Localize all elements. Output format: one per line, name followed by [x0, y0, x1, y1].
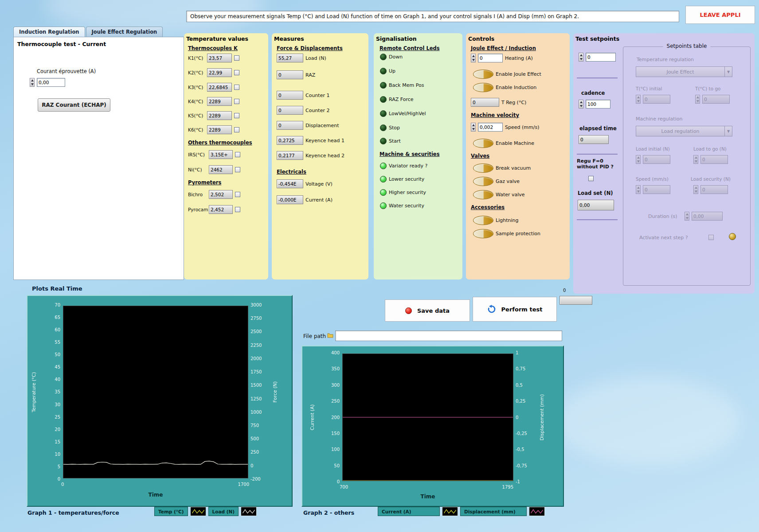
graph2-x-start: 700: [340, 485, 348, 489]
tab-joule-effect-regulation[interactable]: Joule Effect Regulation: [86, 27, 163, 37]
heating-increment-decrement[interactable]: [471, 54, 476, 62]
folder-icon: [327, 332, 333, 338]
led-row: Back Mem Pos: [380, 82, 424, 89]
enable-joule-toggle[interactable]: [473, 70, 493, 79]
current-waveform-icon[interactable]: [442, 507, 458, 516]
enable-joule-row: Enable Joule Effect: [473, 70, 541, 79]
save-data-label: Save data: [417, 307, 450, 314]
setpoint-speed-value: 0: [643, 185, 670, 194]
led-label: Start: [389, 138, 401, 144]
measure-value: 0: [277, 70, 303, 79]
thermocouple-checkbox[interactable]: [234, 55, 239, 61]
pyrometer-checkbox[interactable]: [235, 207, 240, 212]
speed-increment-decrement[interactable]: [471, 123, 476, 132]
thermocouple-label: K6(°C): [188, 127, 205, 132]
enable-induction-toggle[interactable]: [473, 83, 493, 92]
cadence-increment-decrement[interactable]: [579, 100, 583, 109]
signalisation-panel-title: Signalisation: [376, 35, 417, 42]
machine-velocity-header: Machine velocity: [471, 112, 519, 118]
joule-induction-header: Joule Effect / Induction: [471, 45, 536, 51]
thermocouple-label: K5(°C): [188, 113, 205, 118]
thermocouple-checkbox[interactable]: [234, 113, 239, 118]
down-led: [380, 54, 387, 60]
machine-regulation-value: Load regulation: [636, 128, 724, 134]
measure-row: 0 Counter 1: [277, 91, 329, 100]
perform-test-button[interactable]: Perform test: [473, 297, 557, 322]
thermocouple-checkbox[interactable]: [235, 152, 240, 157]
others-thermocouples-header: Others thermocouples: [188, 140, 252, 146]
thermocouple-value: 22,6845: [207, 83, 232, 92]
thermocouple-checkbox[interactable]: [234, 127, 239, 132]
led-row: Lower security: [380, 176, 424, 183]
file-path-input[interactable]: [335, 330, 562, 341]
load-security-control: 0: [693, 185, 728, 194]
thermocouple-value: 22,99: [207, 68, 232, 77]
save-data-button[interactable]: Save data: [385, 299, 470, 322]
thermocouple-test-title: Thermocouple test - Current: [17, 41, 106, 47]
measure-row: -0,454E Voltage (V): [277, 179, 333, 188]
cadence-input[interactable]: 100: [586, 100, 610, 109]
water-valve-toggle[interactable]: [473, 190, 493, 199]
load-to-go-control: 0: [693, 155, 728, 164]
courant-input[interactable]: 0,00: [37, 78, 65, 87]
perform-test-label: Perform test: [501, 306, 543, 313]
measure-label: Counter 1: [305, 93, 329, 98]
thermocouple-value: 2289: [207, 97, 232, 106]
raz-courant-button[interactable]: RAZ Courant (ECHAP): [38, 98, 110, 112]
thermocouple-value: 3,15E+: [209, 150, 233, 159]
test-counter-value: [559, 296, 592, 305]
sample-protection-toggle[interactable]: [473, 229, 493, 238]
graph1-legend: Temp (°C) Load (N): [154, 507, 257, 516]
start-led: [380, 138, 387, 144]
leave-appli-button[interactable]: LEAVE APPLI: [685, 6, 755, 24]
gaz-valve-toggle[interactable]: [473, 177, 493, 186]
courant-increment-decrement[interactable]: [30, 78, 35, 87]
break-vacuum-toggle[interactable]: [473, 163, 493, 173]
heating-input[interactable]: 0: [478, 54, 503, 62]
thermocouple-test-panel: Thermocouple test - Current Courant épro…: [13, 37, 184, 280]
t-reg-row: 0 T Reg (°C): [471, 98, 526, 107]
thermocouple-row: K2(°C) 22,99: [188, 68, 239, 77]
heating-label: Heating (A): [505, 55, 533, 61]
graph2-legend-displacement[interactable]: Displacement (mm): [460, 507, 527, 516]
accessory-label: Sample protection: [496, 231, 540, 237]
step-increment-decrement[interactable]: [579, 53, 583, 62]
thermocouple-checkbox[interactable]: [234, 99, 239, 104]
test-counter-label: 0: [563, 288, 566, 293]
measure-value: 0: [277, 106, 303, 115]
t-to-go-label: T(°C) to go: [695, 86, 721, 91]
thermocouple-checkbox[interactable]: [234, 85, 239, 90]
tab-induction-regulation[interactable]: Induction Regulation: [13, 27, 85, 37]
step-input[interactable]: 0: [586, 53, 616, 62]
machine-regulation-label: Machine regulation: [636, 116, 682, 122]
back-mem-pos-led: [380, 82, 387, 89]
load-security-increment-decrement: [693, 185, 698, 194]
regu-without-pid-checkbox[interactable]: [588, 176, 594, 181]
thermocouple-checkbox[interactable]: [235, 167, 240, 172]
displacement-waveform-icon[interactable]: [529, 507, 545, 516]
temp-waveform-icon[interactable]: [190, 507, 206, 516]
measure-row: 55,27 Load (N): [277, 54, 326, 62]
graph1-legend-temp[interactable]: Temp (°C): [154, 507, 188, 516]
enable-machine-toggle[interactable]: [473, 139, 493, 148]
led-label: Up: [389, 68, 395, 74]
pyrometer-checkbox[interactable]: [235, 192, 240, 197]
graph2-legend-current[interactable]: Current (A): [378, 507, 440, 516]
lowvel-highvel-led: [380, 110, 387, 117]
temperature-regulation-value: Joule Effect: [636, 69, 724, 75]
courant-label: Courant éprouvette (A): [37, 68, 96, 74]
lightning-toggle[interactable]: [473, 216, 493, 225]
measure-value: -0,000E: [277, 195, 303, 204]
enable-induction-row: Enable Induction: [473, 83, 536, 92]
graph1-legend-load[interactable]: Load (N): [208, 507, 239, 516]
load-waveform-icon[interactable]: [241, 507, 257, 516]
pyrometer-row: Pyrocam 2,452: [188, 205, 240, 214]
measure-value: 0,2177: [277, 151, 303, 160]
speed-input[interactable]: 0,002: [478, 123, 503, 132]
thermocouple-row: K4(°C) 2289: [188, 97, 239, 106]
file-path-label: File path: [303, 333, 326, 339]
thermocouple-checkbox[interactable]: [234, 70, 239, 75]
activate-next-step-checkbox: [708, 235, 714, 240]
thermocouple-label: K4(°C): [188, 99, 205, 104]
graph2-series: [343, 354, 513, 481]
